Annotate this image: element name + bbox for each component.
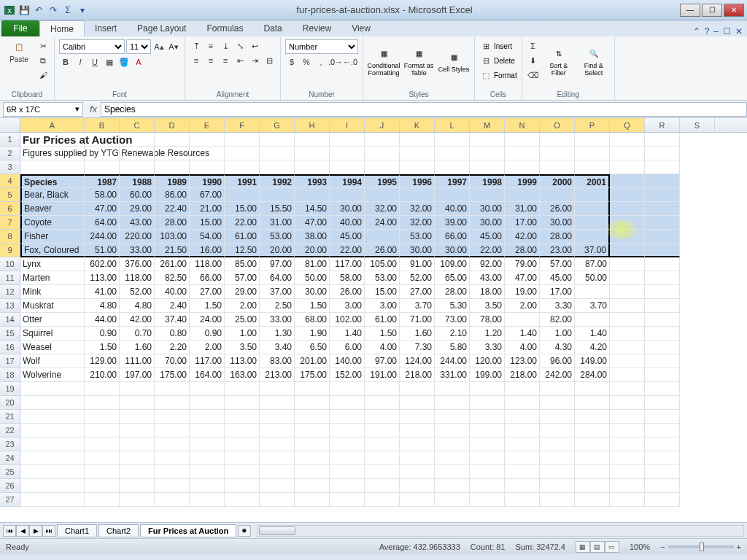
cell[interactable]: 92.00 xyxy=(470,257,505,271)
cell[interactable] xyxy=(575,493,610,507)
cell[interactable]: 66.00 xyxy=(190,271,225,285)
cell[interactable] xyxy=(85,410,120,424)
cell[interactable] xyxy=(645,216,680,230)
cell[interactable]: 19.00 xyxy=(505,285,540,299)
cell[interactable] xyxy=(190,438,225,451)
cell[interactable]: 376.00 xyxy=(120,257,155,271)
cell[interactable]: 164.00 xyxy=(190,368,225,382)
cell[interactable]: 54.00 xyxy=(190,230,225,244)
minimize-ribbon-icon[interactable]: ⌃ xyxy=(693,26,700,36)
cell[interactable] xyxy=(20,438,85,451)
next-sheet-icon[interactable]: ▶ xyxy=(29,525,42,537)
cell[interactable]: 15.00 xyxy=(225,202,260,216)
cell[interactable] xyxy=(225,479,260,493)
col-header[interactable]: S xyxy=(680,118,715,132)
cell[interactable] xyxy=(120,493,155,507)
normal-view-icon[interactable]: ▦ xyxy=(576,541,590,553)
cell[interactable] xyxy=(575,188,610,202)
col-header[interactable]: L xyxy=(435,118,470,132)
cell[interactable]: 32.00 xyxy=(400,202,435,216)
cell[interactable] xyxy=(645,257,680,271)
cell[interactable]: 40.00 xyxy=(435,202,470,216)
cell[interactable] xyxy=(295,160,330,174)
cell[interactable]: 1.40 xyxy=(575,327,610,341)
cell[interactable] xyxy=(120,160,155,174)
cell[interactable]: Fur Prices at Auction xyxy=(20,133,85,147)
cell[interactable] xyxy=(645,133,680,147)
cell[interactable]: Species xyxy=(20,174,85,188)
cell[interactable]: 0.70 xyxy=(120,327,155,341)
italic-button[interactable]: I xyxy=(74,55,87,69)
cell[interactable]: 64.00 xyxy=(85,216,120,230)
cell[interactable]: 43.00 xyxy=(120,216,155,230)
cell[interactable] xyxy=(120,410,155,424)
cell[interactable]: 0.90 xyxy=(85,327,120,341)
underline-button[interactable]: U xyxy=(88,55,101,69)
cell[interactable] xyxy=(645,313,680,327)
cell[interactable] xyxy=(190,410,225,424)
orientation-icon[interactable]: ⤡ xyxy=(233,39,247,52)
cell[interactable]: 3.70 xyxy=(400,299,435,313)
col-header[interactable]: H xyxy=(295,118,330,132)
cell[interactable]: 70.00 xyxy=(155,354,190,368)
cell[interactable]: 120.00 xyxy=(470,354,505,368)
cell[interactable]: 31.00 xyxy=(505,202,540,216)
number-format-select[interactable]: Number xyxy=(285,39,358,54)
cell[interactable] xyxy=(505,410,540,424)
cell[interactable]: 66.00 xyxy=(435,230,470,244)
cell[interactable] xyxy=(575,202,610,216)
minimize-button[interactable]: — xyxy=(680,4,700,17)
cell[interactable]: 197.00 xyxy=(120,368,155,382)
cell[interactable]: 6.50 xyxy=(295,341,330,354)
cell[interactable]: 3.50 xyxy=(225,341,260,354)
row-header[interactable]: 24 xyxy=(0,451,20,465)
cell[interactable] xyxy=(330,160,365,174)
cell[interactable] xyxy=(365,188,400,202)
cell[interactable] xyxy=(330,410,365,424)
cell[interactable]: 53.00 xyxy=(260,230,295,244)
cell[interactable]: 1.30 xyxy=(260,327,295,341)
cell[interactable]: 1992 xyxy=(260,174,295,188)
cell[interactable]: 43.00 xyxy=(470,271,505,285)
cell[interactable]: 30.00 xyxy=(295,285,330,299)
cell[interactable]: 1993 xyxy=(295,174,330,188)
cell[interactable] xyxy=(610,396,645,410)
cell[interactable] xyxy=(120,438,155,451)
cell[interactable] xyxy=(260,451,295,465)
close-button[interactable]: ✕ xyxy=(724,4,744,17)
cell[interactable]: 2.50 xyxy=(260,299,295,313)
cell[interactable] xyxy=(575,465,610,479)
row-header[interactable]: 15 xyxy=(0,327,20,341)
cell[interactable]: 2.40 xyxy=(155,299,190,313)
cell[interactable]: 40.00 xyxy=(155,285,190,299)
wrap-text-icon[interactable]: ↩ xyxy=(248,39,261,52)
cell[interactable] xyxy=(190,451,225,465)
cell[interactable] xyxy=(330,493,365,507)
row-header[interactable]: 16 xyxy=(0,341,20,354)
cell[interactable]: 23.00 xyxy=(540,244,575,257)
cell[interactable] xyxy=(645,410,680,424)
cell[interactable] xyxy=(20,396,85,410)
cell[interactable]: 27.00 xyxy=(190,285,225,299)
cell[interactable] xyxy=(120,424,155,438)
cell[interactable] xyxy=(225,382,260,396)
cell[interactable]: 3.30 xyxy=(540,299,575,313)
cell[interactable]: 1.00 xyxy=(540,327,575,341)
excel-icon[interactable]: X xyxy=(3,4,16,17)
cell[interactable]: 50.00 xyxy=(295,271,330,285)
cell[interactable]: 5.30 xyxy=(435,299,470,313)
cell[interactable]: 47.00 xyxy=(505,271,540,285)
spreadsheet-grid[interactable]: A B C D E F G H I J K L M N O P Q R S 1F… xyxy=(0,118,747,522)
cell[interactable] xyxy=(400,410,435,424)
cell[interactable]: Marten xyxy=(20,271,85,285)
cell[interactable] xyxy=(435,410,470,424)
cell[interactable] xyxy=(610,382,645,396)
cell[interactable] xyxy=(120,382,155,396)
cell[interactable]: 113.00 xyxy=(225,354,260,368)
cell[interactable] xyxy=(260,438,295,451)
find-select-button[interactable]: 🔍Find & Select xyxy=(578,39,610,83)
cell[interactable]: 27.00 xyxy=(400,285,435,299)
cell[interactable]: Figures supplied by YTG Renewable Resour… xyxy=(20,147,85,160)
cell[interactable] xyxy=(260,133,295,147)
cell[interactable]: 1994 xyxy=(330,174,365,188)
